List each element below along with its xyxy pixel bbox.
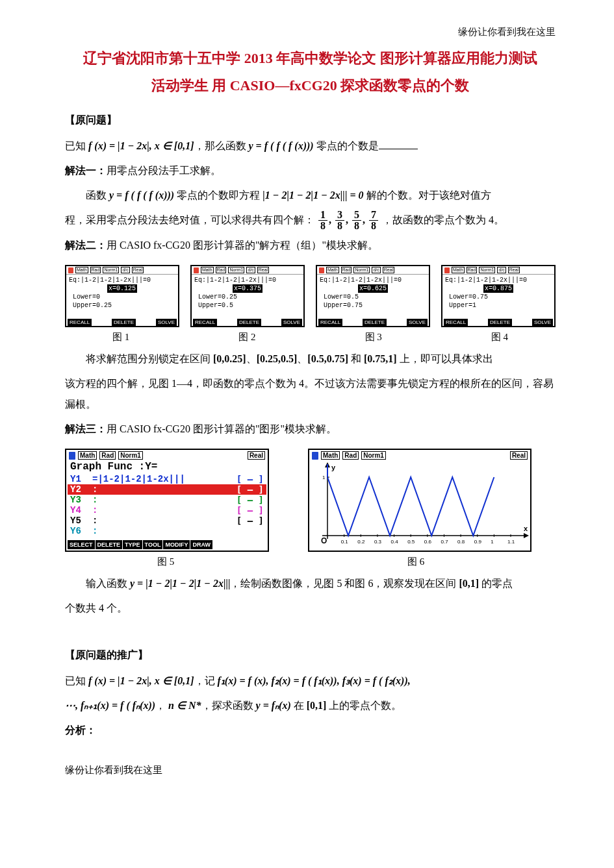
graph-line-y1: Y1=|1-2|1-2|1-2x|||[ — ] bbox=[68, 474, 266, 484]
solve-screen-1: MathRadNorm1d/cRealEq:|1-2|1-2|1-2x|||=0… bbox=[65, 265, 179, 327]
solve-screen-4: MathRadNorm1d/cRealEq:|1-2|1-2|1-2x|||=0… bbox=[441, 265, 556, 327]
svg-text:0.9: 0.9 bbox=[474, 539, 482, 545]
graph-line-y2: Y2:[ — ] bbox=[68, 484, 266, 495]
svg-text:x: x bbox=[524, 525, 528, 532]
method2-paragraph1: 将求解范围分别锁定在区间 [0,0.25]、[0.25,0.5]、[0.5,0.… bbox=[65, 349, 556, 369]
graph-func-title: Graph Func :Y= bbox=[66, 461, 268, 474]
document-title: 辽宁省沈阳市第十五中学 2013 年高中数学论文 图形计算器应用能力测试 活动学… bbox=[65, 45, 556, 99]
title-line2-lat: CASIO—fxCG20 bbox=[230, 77, 337, 93]
plot-screen: Math Rad Norm1 Real y x O 0.10.20.30.40.… bbox=[308, 449, 531, 552]
title-line1: 辽宁省沈阳市第十五中学 2013 年高中数学论文 图形计算器应用能力测试 bbox=[83, 50, 537, 66]
title-line2-post: 探求函数零点的个数 bbox=[337, 77, 470, 93]
solve-screenshots-row: MathRadNorm1d/cRealEq:|1-2|1-2|1-2x|||=0… bbox=[65, 265, 556, 327]
figure-captions-1-4: 图 1图 2图 3图 4 bbox=[65, 331, 556, 343]
plot-screen-header: Math Rad Norm1 Real bbox=[309, 450, 530, 461]
solve-screen-3: MathRadNorm1d/cRealEq:|1-2|1-2|1-2x|||=0… bbox=[316, 265, 430, 327]
section-extension: 【原问题的推广】 bbox=[65, 645, 556, 665]
graph-line-y4: Y4:[ — ] bbox=[68, 505, 266, 515]
method2-paragraph2: 该方程的四个解，见图 1—4，即函数的零点个数为 4。不过该方法需要事先锁定方程… bbox=[65, 373, 556, 415]
fraction-3-8: 38 bbox=[335, 210, 344, 231]
method3-paragraph1: 输入函数 y = |1 − 2|1 − 2|1 − 2x|||，绘制函数图像，见… bbox=[65, 573, 556, 594]
method3-heading: 解法三：用 CASIO fx-CG20 图形计算器的"图形"模块求解。 bbox=[65, 419, 556, 440]
graph-function-list: Y1=|1-2|1-2|1-2x|||[ — ]Y2:[ — ]Y3:[ — ]… bbox=[66, 474, 268, 536]
plot-area: y x O 0.10.20.30.40.50.60.70.80.911.1 1 bbox=[309, 461, 530, 551]
graph-line-y5: Y5:[ — ] bbox=[68, 515, 266, 526]
graph-softkeys: SELECTDELETETYPETOOLMODIFYDRAW bbox=[66, 539, 268, 551]
formula-fx: f (x) = |1 − 2x|, x ∈ [0,1] bbox=[88, 140, 194, 151]
fraction-5-8: 58 bbox=[352, 210, 361, 231]
graph-screenshots-row: Math Rad Norm1 Real Graph Func :Y= Y1=|1… bbox=[65, 449, 556, 552]
fraction-7-8: 78 bbox=[369, 210, 378, 231]
svg-text:0.1: 0.1 bbox=[341, 539, 349, 545]
extension-line2: ⋯, fₙ₊₁(x) = f ( fₙ(x))， n ∈ N*，探求函数 y =… bbox=[65, 695, 556, 716]
svg-text:1: 1 bbox=[491, 539, 494, 545]
method1-heading: 解法一：用零点分段法手工求解。 bbox=[65, 160, 556, 181]
method1-line1: 函数 y = f ( f ( f (x))) 零点的个数即方程 |1 − 2|1… bbox=[65, 185, 556, 206]
svg-text:0.4: 0.4 bbox=[391, 539, 399, 545]
sd-icon bbox=[312, 452, 318, 460]
svg-text:0.5: 0.5 bbox=[407, 539, 415, 545]
method2-heading: 解法二：用 CASIO fx-CG20 图形计算器的"解方程（组）"模块求解。 bbox=[65, 235, 556, 256]
figure-captions-5-6: 图 5 图 6 bbox=[65, 556, 556, 568]
title-line2-pre: 活动学生 用 bbox=[151, 77, 230, 93]
svg-text:O: O bbox=[321, 536, 327, 545]
svg-text:0.7: 0.7 bbox=[441, 539, 448, 545]
graph-screen-header: Math Rad Norm1 Real bbox=[66, 450, 268, 461]
svg-text:0.6: 0.6 bbox=[424, 539, 432, 545]
svg-text:1: 1 bbox=[322, 475, 326, 480]
solve-screen-2: MathRadNorm1d/cRealEq:|1-2|1-2|1-2x|||=0… bbox=[190, 265, 305, 327]
analysis-label: 分析： bbox=[65, 720, 556, 741]
problem-statement: 已知 f (x) = |1 − 2x|, x ∈ [0,1]，那么函数 y = … bbox=[65, 136, 556, 156]
svg-text:0.3: 0.3 bbox=[374, 539, 382, 545]
method1-line2: 程，采用零点分段法去绝对值，可以求得共有四个解： 18, 38, 58, 78 … bbox=[65, 210, 556, 232]
fraction-1-8: 18 bbox=[318, 210, 327, 231]
footer-watermark: 缘份让你看到我在这里 bbox=[65, 760, 556, 799]
extension-line1: 已知 f (x) = |1 − 2x|, x ∈ [0,1]，记 f₁(x) =… bbox=[65, 671, 556, 691]
svg-marker-4 bbox=[524, 533, 529, 538]
abs-equation: |1 − 2|1 − 2|1 − 2x||| = 0 bbox=[262, 190, 363, 201]
method3-paragraph2: 个数共 4 个。 bbox=[65, 598, 556, 619]
graph-line-y3: Y3:[ — ] bbox=[68, 495, 266, 505]
svg-text:y: y bbox=[331, 464, 336, 471]
sd-icon bbox=[69, 452, 75, 460]
graph-line-y6: Y6: bbox=[68, 526, 266, 536]
answer-blank bbox=[379, 149, 418, 149]
graph-func-screen: Math Rad Norm1 Real Graph Func :Y= Y1=|1… bbox=[65, 449, 269, 552]
section-original-problem: 【原问题】 bbox=[65, 110, 556, 130]
header-watermark: 缘份让你看到我在这里 bbox=[65, 26, 556, 38]
svg-text:1.1: 1.1 bbox=[507, 539, 515, 545]
formula-y: y = f ( f ( f (x))) bbox=[249, 140, 314, 151]
svg-text:0.2: 0.2 bbox=[357, 539, 365, 545]
svg-text:0.8: 0.8 bbox=[457, 539, 465, 545]
